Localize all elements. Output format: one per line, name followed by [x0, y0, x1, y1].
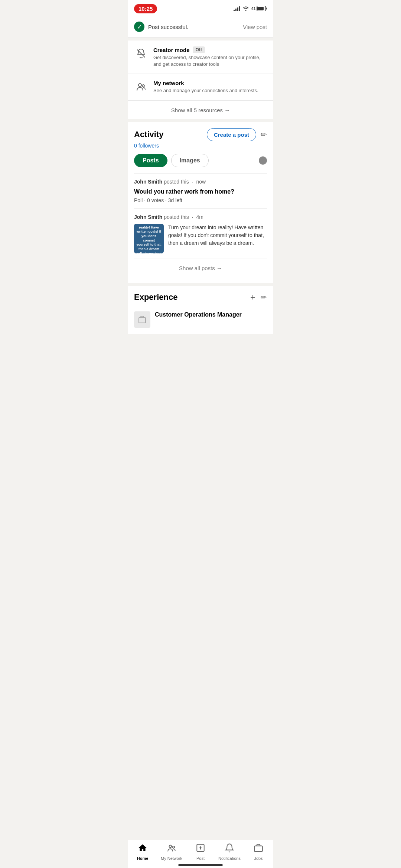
svg-point-3	[138, 84, 141, 87]
wifi-icon	[242, 6, 249, 11]
show-all-posts[interactable]: Show all posts →	[134, 259, 267, 277]
status-time: 10:25	[134, 4, 157, 13]
activity-title: Activity	[134, 130, 163, 139]
post-meta-1: John Smith posted this · now	[134, 179, 267, 185]
job-item-1: Customer Operations Manager	[134, 308, 267, 328]
post-meta-2: John Smith posted this · 4m	[134, 214, 267, 220]
post-item-2: John Smith posted this · 4m Turn your dr…	[134, 208, 267, 259]
creator-mode-title: Creator mode Off	[153, 46, 267, 53]
creator-mode-item[interactable]: Creator mode Off Get discovered, showcas…	[128, 41, 273, 74]
experience-title: Experience	[134, 292, 177, 302]
post-success-banner: ✓ Post successful. View post	[128, 16, 273, 38]
post-item-1: John Smith posted this · now Would you r…	[134, 173, 267, 208]
job-title-1: Customer Operations Manager	[155, 311, 242, 318]
tab-scroll-indicator	[259, 156, 267, 165]
svg-point-4	[142, 85, 144, 87]
tab-posts[interactable]: Posts	[134, 154, 167, 167]
activity-header: Activity Create a post ✏	[134, 128, 267, 141]
my-network-item[interactable]: My network See and manage your connectio…	[128, 74, 273, 100]
my-network-icon	[134, 80, 148, 94]
status-icons: 41	[234, 6, 267, 11]
activity-actions: Create a post ✏	[207, 128, 267, 141]
my-network-title: My network	[153, 80, 258, 86]
activity-tabs: Posts Images	[134, 154, 267, 167]
post-action-1: posted this	[164, 179, 189, 185]
thumbnail-text: Turn your dream into reality! Have writt…	[134, 224, 164, 253]
add-experience-icon[interactable]: +	[250, 292, 255, 302]
svg-rect-1	[257, 7, 264, 10]
creator-mode-badge: Off	[193, 46, 205, 53]
post-thumbnail-2: Turn your dream into reality! Have writt…	[134, 224, 164, 253]
post-time-2: 4m	[196, 214, 203, 220]
creator-mode-content: Creator mode Off Get discovered, showcas…	[153, 46, 267, 68]
my-network-content: My network See and manage your connectio…	[153, 80, 258, 94]
view-post-link[interactable]: View post	[243, 24, 267, 30]
post-success-left: ✓ Post successful.	[134, 22, 188, 32]
show-all-resources[interactable]: Show all 5 resources →	[128, 101, 273, 119]
post-body-2: Turn your dream into reality! Have writt…	[134, 224, 267, 253]
status-bar: 10:25 41	[128, 0, 273, 16]
experience-actions: + ✏	[250, 292, 267, 302]
edit-experience-icon[interactable]: ✏	[261, 293, 267, 302]
edit-activity-icon[interactable]: ✏	[261, 130, 267, 139]
signal-icon	[234, 6, 240, 11]
svg-rect-2	[266, 8, 267, 10]
creator-mode-icon	[134, 46, 148, 61]
resources-section: Creator mode Off Get discovered, showcas…	[128, 41, 273, 119]
post-time-1: now	[196, 179, 206, 185]
activity-section: Activity Create a post ✏ 0 followers Pos…	[128, 122, 273, 283]
battery-icon: 41	[251, 6, 267, 11]
tab-images[interactable]: Images	[171, 154, 209, 167]
create-post-button[interactable]: Create a post	[207, 128, 256, 141]
post-author-2: John Smith	[134, 214, 162, 220]
post-success-text: Post successful.	[148, 24, 188, 30]
experience-header: Experience + ✏	[134, 292, 267, 302]
company-logo	[134, 311, 150, 328]
post-sub-1: Poll · 0 votes · 3d left	[134, 197, 267, 203]
followers-count[interactable]: 0 followers	[134, 143, 267, 149]
creator-mode-desc: Get discovered, showcase content on your…	[153, 54, 267, 68]
experience-section: Experience + ✏ Customer Operations Manag…	[128, 286, 273, 334]
my-network-desc: See and manage your connections and inte…	[153, 87, 258, 94]
post-title-1: Would you rather work from home?	[134, 188, 267, 195]
svg-rect-5	[139, 318, 146, 323]
post-action-2: posted this	[164, 214, 189, 220]
success-check-icon: ✓	[134, 22, 144, 32]
post-body-text-2: Turn your dream into reality! Have writt…	[168, 224, 267, 247]
post-author-1: John Smith	[134, 179, 162, 185]
